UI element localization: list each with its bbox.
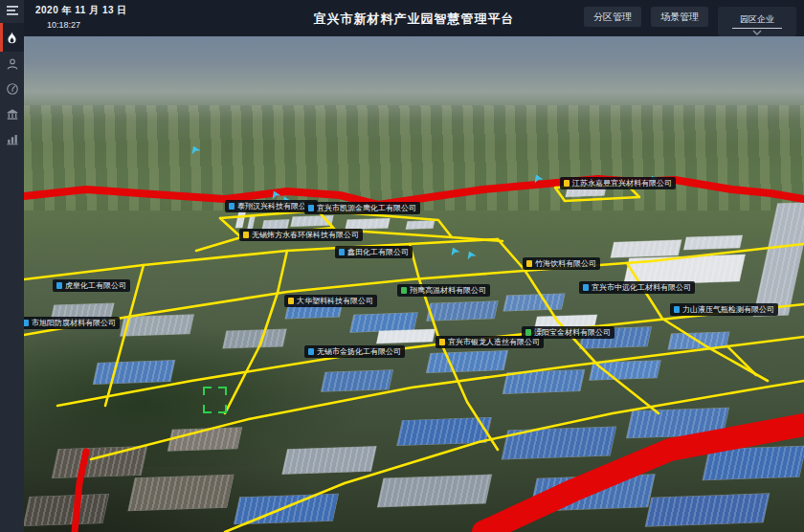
sidebar-item-enterprises[interactable] <box>0 101 24 126</box>
company-icon <box>24 320 29 326</box>
company-name: 鑫田化工有限公司 <box>347 246 409 258</box>
sidebar-item-statistics[interactable] <box>0 126 24 151</box>
company-label[interactable]: 鑫田化工有限公司 <box>335 246 413 258</box>
person-icon <box>6 57 19 71</box>
road-yellow <box>57 304 804 406</box>
company-label[interactable]: 无锡炜方永春环保科技有限公司 <box>239 229 363 241</box>
company-name: 力山液压气瓶检测有限公司 <box>682 303 774 316</box>
company-icon <box>674 306 680 313</box>
company-name: 宜兴市银龙人造丝有限公司 <box>448 336 540 348</box>
sidebar-item-personnel[interactable] <box>0 52 24 77</box>
map-3d-view[interactable]: 泰翔汉兴科技有限公司宜兴市凯源金鹰化工有限公司无锡炜方永春环保科技有限公司江苏永… <box>24 36 804 532</box>
company-name: 大华塑料科技有限公司 <box>297 295 373 307</box>
chevron-down-icon <box>752 30 762 35</box>
company-icon <box>439 339 445 345</box>
company-icon <box>56 282 62 289</box>
company-name: 宜兴市凯源金鹰化工有限公司 <box>317 202 416 214</box>
scene-management-button[interactable]: 场景管理 <box>651 7 708 27</box>
company-icon <box>308 205 314 211</box>
dropdown-label: 园区企业 <box>732 13 782 29</box>
company-label[interactable]: 宜兴市凯源金鹰化工有限公司 <box>304 202 420 214</box>
company-label[interactable]: 市旭阳防腐材料有限公司 <box>24 317 120 329</box>
company-name: 无锡市金扬化工有限公司 <box>317 345 401 358</box>
road-yellow <box>225 251 287 413</box>
company-icon <box>243 232 249 238</box>
company-icon <box>525 329 531 336</box>
company-name: 竹海饮料有限公司 <box>535 257 596 270</box>
company-label[interactable]: 力山液压气瓶检测有限公司 <box>670 303 778 316</box>
flame-icon <box>6 31 18 45</box>
company-label[interactable]: 大华塑料科技有限公司 <box>284 295 377 307</box>
factory-icon <box>6 107 19 121</box>
park-enterprise-dropdown[interactable]: 园区企业 <box>718 7 796 36</box>
road-yellow <box>24 239 498 279</box>
company-name: 虎皇化工有限公司 <box>65 279 126 292</box>
company-icon <box>339 249 345 255</box>
company-icon <box>288 298 294 304</box>
sidebar-item-fire-monitor[interactable] <box>0 23 24 52</box>
bar-chart-icon <box>6 132 19 145</box>
hamburger-icon <box>6 5 19 16</box>
company-label[interactable]: 翔鹰高温材料有限公司 <box>397 284 490 297</box>
company-label[interactable]: 宜兴市中远化工材料有限公司 <box>579 281 695 294</box>
company-name: 泰翔汉兴科技有限公司 <box>237 200 314 212</box>
smart-park-platform: 2020 年 11 月 13 日 10:18:27 宜兴市新材料产业园智慧管理平… <box>0 0 804 532</box>
company-name: 无锡炜方永春环保科技有限公司 <box>252 229 359 241</box>
company-icon <box>526 260 532 267</box>
company-name: 宜兴市中远化工材料有限公司 <box>592 281 691 294</box>
company-icon <box>583 284 589 291</box>
company-label[interactable]: 虎皇化工有限公司 <box>53 279 130 292</box>
company-label[interactable]: 江苏永嘉昱宜兴材料有限公司 <box>560 177 676 189</box>
company-name: 溧阳宝金材料有限公司 <box>534 326 611 339</box>
sidebar <box>0 0 24 532</box>
company-label[interactable]: 宜兴市银龙人造丝有限公司 <box>436 336 544 348</box>
road-yellow <box>196 237 241 251</box>
selection-box <box>203 387 227 413</box>
gauge-icon <box>6 82 19 96</box>
company-name: 翔鹰高温材料有限公司 <box>410 284 486 297</box>
company-name: 市旭阳防腐材料有限公司 <box>32 317 116 329</box>
company-icon <box>401 287 407 294</box>
company-label[interactable]: 无锡市金扬化工有限公司 <box>304 345 405 358</box>
hamburger-menu-button[interactable] <box>0 0 24 21</box>
highway-red <box>24 179 804 205</box>
company-label[interactable]: 竹海饮料有限公司 <box>523 257 600 270</box>
company-icon <box>308 348 314 355</box>
company-name: 江苏永嘉昱宜兴材料有限公司 <box>572 177 672 189</box>
highway-red <box>75 452 86 532</box>
company-icon <box>229 203 234 210</box>
zone-management-button[interactable]: 分区管理 <box>584 7 641 27</box>
sidebar-item-monitoring[interactable] <box>0 77 24 101</box>
top-header: 2020 年 11 月 13 日 10:18:27 宜兴市新材料产业园智慧管理平… <box>24 0 804 36</box>
highway-red <box>483 425 804 532</box>
header-actions: 分区管理 场景管理 园区企业 <box>584 7 796 36</box>
company-icon <box>564 180 570 187</box>
